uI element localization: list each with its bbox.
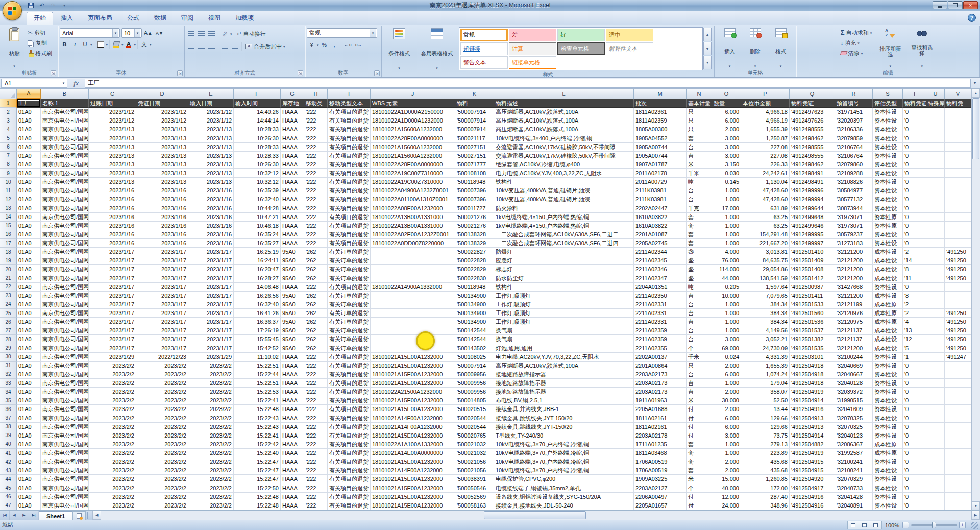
cell-T18[interactable]: '2 xyxy=(903,248,926,256)
cell-B28[interactable]: 南京供电公司/国网 xyxy=(41,335,89,344)
cell-U32[interactable] xyxy=(926,370,945,379)
cell-Q4[interactable]: '4912498555 xyxy=(790,125,835,134)
cell-C39[interactable]: 2023/2/2 xyxy=(89,431,136,440)
cell-C12[interactable]: 2023/1/16 xyxy=(89,195,136,204)
cell-R15[interactable]: '31973071 xyxy=(835,222,873,230)
cell-F44[interactable]: 15:22:47 xyxy=(234,475,281,484)
cell-A24[interactable]: 01A0 xyxy=(17,300,41,309)
cell-G43[interactable]: HAAA xyxy=(281,466,304,475)
cell-D22[interactable]: 2023/1/17 xyxy=(136,283,188,292)
cell-H35[interactable]: '222 xyxy=(304,396,328,405)
cell-I27[interactable]: 有关订单的退货 xyxy=(328,326,371,335)
cell-U40[interactable] xyxy=(926,440,945,449)
cell-K39[interactable]: '500020765 xyxy=(455,431,494,440)
cell-D31[interactable]: 2023/2/2 xyxy=(136,362,188,370)
cell-D3[interactable]: 2023/1/12 xyxy=(136,116,188,125)
cell-A12[interactable]: 01A0 xyxy=(17,195,41,204)
cell-E22[interactable]: 2023/1/17 xyxy=(188,283,234,292)
cell-T11[interactable]: '0 xyxy=(903,186,926,195)
cell-G30[interactable]: HAAA xyxy=(281,353,304,362)
cell-L20[interactable]: 标志灯 xyxy=(494,265,634,274)
cell-S10[interactable]: 资本性设 xyxy=(873,178,903,186)
cell-Q18[interactable]: '4912501410 xyxy=(790,248,835,256)
cell-K46[interactable]: '500052569 xyxy=(455,493,494,501)
cell-J41[interactable]: 18101021A14E00A0000000 xyxy=(371,449,455,457)
decrease-decimal-button[interactable]: .0→ xyxy=(353,40,363,50)
cell-I18[interactable]: 有关订单的退货 xyxy=(328,248,371,256)
cell-E40[interactable]: 2023/2/2 xyxy=(188,440,234,449)
cell-A34[interactable]: 01A0 xyxy=(17,388,41,396)
cell-U23[interactable] xyxy=(926,292,945,300)
cell-B27[interactable]: 南京供电公司/国网 xyxy=(41,326,89,335)
cell-U45[interactable] xyxy=(926,484,945,493)
cell-R20[interactable]: '32121200 xyxy=(835,265,873,274)
cell-C11[interactable]: 2023/1/16 xyxy=(89,186,136,195)
cell-Q7[interactable]: '4912498555 xyxy=(790,152,835,160)
row-header-13[interactable]: 13 xyxy=(0,204,17,213)
cell-K45[interactable]: '500050546 xyxy=(455,484,494,493)
cell-E19[interactable]: 2023/1/17 xyxy=(188,256,234,265)
cell-S45[interactable]: 资本性设 xyxy=(873,484,903,493)
cell-J20[interactable] xyxy=(371,265,455,274)
cell-F9[interactable]: 10:32:12 xyxy=(234,169,281,178)
cell-P42[interactable]: 435.68 xyxy=(741,457,790,466)
number-dialog-launcher[interactable]: ⇲ xyxy=(374,70,380,76)
cell-V29[interactable]: '491250 xyxy=(945,344,971,353)
cell-M14[interactable]: 1610A03822 xyxy=(634,213,687,222)
horizontal-scrollbar[interactable]: ◀ ▶ xyxy=(92,511,980,520)
cell-R17[interactable]: '31273183 xyxy=(835,239,873,248)
cell-F11[interactable]: 16:35:39 xyxy=(234,186,281,195)
cell-F45[interactable]: 15:22:50 xyxy=(234,484,281,493)
cell-H12[interactable]: '222 xyxy=(304,195,328,204)
cell-I22[interactable]: 有关项目的退货 xyxy=(328,283,371,292)
cell-N32[interactable]: 台 xyxy=(687,370,712,379)
cell-N7[interactable]: 台 xyxy=(687,152,712,160)
cell-I19[interactable]: 有关订单的退货 xyxy=(328,256,371,265)
cell-O28[interactable]: 3.000 xyxy=(712,335,741,344)
cell-A10[interactable]: 01A0 xyxy=(17,178,41,186)
gallery-down-button[interactable]: ▼ xyxy=(703,42,712,56)
cell-A47[interactable]: 01A0 xyxy=(17,501,41,510)
cell-P45[interactable]: 172.00 xyxy=(741,484,790,493)
cell-V23[interactable] xyxy=(945,292,971,300)
cell-Q21[interactable]: '4912501412 xyxy=(790,274,835,283)
cell-E37[interactable]: 2023/2/2 xyxy=(188,414,234,423)
cell-C21[interactable]: 2023/1/17 xyxy=(89,274,136,283)
cell-C35[interactable]: 2023/2/2 xyxy=(89,396,136,405)
cell-O13[interactable]: 17.000 xyxy=(712,204,741,213)
cell-S17[interactable]: 资本性设 xyxy=(873,239,903,248)
row-header-34[interactable]: 34 xyxy=(0,388,17,396)
cell-J28[interactable] xyxy=(371,335,455,344)
cell-M21[interactable]: 2211A02347 xyxy=(634,274,687,283)
cell-J18[interactable] xyxy=(371,248,455,256)
cell-O7[interactable]: 3.000 xyxy=(712,152,741,160)
cell-I16[interactable]: 有关项目的退货 xyxy=(328,230,371,239)
row-header-4[interactable]: 4 xyxy=(0,125,17,134)
cell-D33[interactable]: 2023/2/2 xyxy=(136,379,188,388)
cell-F22[interactable]: 14:06:48 xyxy=(234,283,281,292)
cell-L38[interactable]: 接续金具,跳线线夹,JYT-150/20 xyxy=(494,423,634,431)
cell-N6[interactable]: 台 xyxy=(687,143,712,152)
cell-V13[interactable] xyxy=(945,204,971,213)
cell-D20[interactable]: 2023/1/17 xyxy=(136,265,188,274)
phonetic-guide-button[interactable]: 文 xyxy=(139,40,149,49)
cell-O9[interactable]: 0.030 xyxy=(712,169,741,178)
cell-P36[interactable]: 13.44 xyxy=(741,405,790,414)
cell-F3[interactable]: 14:44:14 xyxy=(234,116,281,125)
cell-B40[interactable]: 南京供电公司/国网 xyxy=(41,440,89,449)
column-header-Q[interactable]: Q xyxy=(790,89,835,99)
cell-S30[interactable]: 资本性设 xyxy=(873,353,903,362)
cell-S13[interactable]: 资本性设 xyxy=(873,204,903,213)
cell-G16[interactable]: HAAA xyxy=(281,230,304,239)
cell-F4[interactable]: 10:28:33 xyxy=(234,125,281,134)
cell-A4[interactable]: 01A0 xyxy=(17,125,41,134)
cell-J8[interactable]: 18101022A28E00A0000000 xyxy=(371,160,455,169)
cell-B16[interactable]: 南京供电公司/国网 xyxy=(41,230,89,239)
cell-M29[interactable]: 2211A02355 xyxy=(634,344,687,353)
cell-T9[interactable]: '0 xyxy=(903,169,926,178)
cell-Q17[interactable]: '4912499997 xyxy=(790,239,835,248)
row-header-26[interactable]: 26 xyxy=(0,318,17,326)
undo-button[interactable]: ↶ xyxy=(37,1,47,10)
cell-S21[interactable]: 成本性设 xyxy=(873,274,903,283)
cell-F1[interactable]: 输入时间 xyxy=(234,99,281,108)
